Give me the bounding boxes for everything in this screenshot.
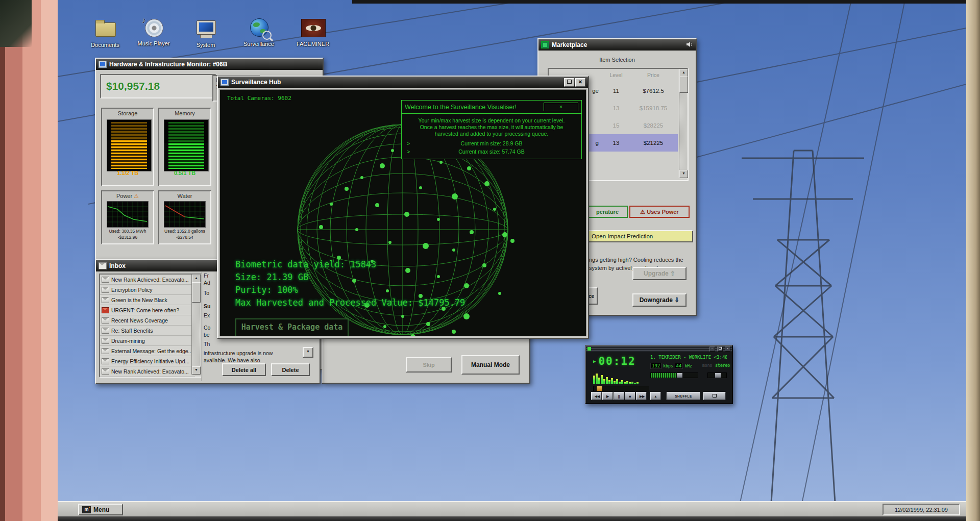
marketplace-icon: [541, 41, 549, 48]
monitor-bezel-left: [0, 0, 58, 521]
player-close-button[interactable]: ×: [725, 346, 730, 352]
water-panel: Water Used: 1352.0 gallons -$278.54: [158, 190, 211, 244]
inbox-message[interactable]: Energy Efficiency Initiative Upd...: [100, 356, 195, 366]
item-level: 15: [605, 117, 627, 134]
memory-panel: Memory 0.5/1 TB: [158, 108, 211, 186]
reading-pane-body-line: Th: [204, 341, 210, 347]
marketplace-titlebar[interactable]: Marketplace: [538, 39, 696, 51]
delete-all-button[interactable]: Delete all: [222, 363, 266, 376]
mail-icon: [102, 328, 109, 334]
inbox-message[interactable]: Dream-mining: [100, 336, 195, 346]
music-cd-icon: ♪: [142, 17, 165, 38]
desktop-icon-music-player[interactable]: ♪ Music Player: [130, 17, 177, 46]
menu-button[interactable]: m Menu: [78, 504, 123, 515]
inbox-message[interactable]: URGENT: High Electricity Usage: [100, 377, 195, 378]
inbox-message[interactable]: URGENT: Come here often?: [100, 305, 195, 315]
envelope-icon: [99, 262, 107, 269]
memory-value: 0.5/1 TB: [159, 170, 210, 176]
desktop-icon-surveillance[interactable]: Surveillance: [235, 17, 282, 47]
surveillance-window-icon: [220, 79, 229, 86]
player-minimize-button[interactable]: –: [709, 346, 715, 352]
mail-icon: [102, 287, 109, 293]
music-player-titlebar[interactable]: – ×: [586, 346, 732, 352]
inbox-message[interactable]: Re: Staff Benefits: [100, 326, 195, 336]
hardware-monitor-titlebar[interactable]: Hardware & Infrastructure Monitor: #06B: [96, 59, 323, 70]
play-button[interactable]: ▶: [602, 392, 613, 400]
min-size-line: Current min size: 28.9 GB: [461, 140, 523, 146]
time-display: ▶ 00:12: [593, 355, 636, 367]
mail-icon: [102, 338, 109, 344]
mail-icon: [102, 297, 109, 303]
close-button[interactable]: ✕: [575, 78, 585, 87]
stop-button[interactable]: ■: [625, 392, 635, 400]
manual-mode-button[interactable]: Manual Mode: [461, 355, 520, 375]
delete-button[interactable]: Delete: [271, 363, 310, 376]
dialog-line: harvested and added to your processing q…: [404, 131, 579, 137]
shuffle-button[interactable]: SHUFFLE: [667, 392, 700, 400]
inbox-message[interactable]: Recent News Coverage: [100, 315, 195, 326]
desktop-icon-faceminer[interactable]: FACEMINER: [289, 17, 336, 47]
mail-icon: [102, 348, 109, 354]
inbox-message[interactable]: New Rank Achieved: Excavato...: [100, 275, 195, 285]
message-subject: Re: Staff Benefits: [111, 328, 153, 334]
reading-pane-field: Ex: [204, 312, 210, 318]
item-level: 13: [605, 134, 627, 152]
item-price: $21225: [629, 134, 677, 152]
play-indicator-icon: ▶: [593, 359, 596, 364]
balance-display: $10,957.18: [100, 74, 216, 98]
item-level: 11: [605, 82, 627, 100]
icon-label: System: [182, 42, 229, 48]
desktop-icon-documents[interactable]: Documents: [82, 18, 129, 48]
reading-pane-field: be: [204, 332, 210, 338]
skip-button[interactable]: Skip: [406, 357, 452, 373]
open-impact-prediction-button[interactable]: Open Impact Prediction: [588, 230, 693, 242]
harvest-package-button[interactable]: Harvest & Package data: [235, 318, 349, 336]
inbox-message[interactable]: External Message: Get the edge...: [100, 346, 195, 356]
inbox-message-list: New Rank Achieved: Excavato...Encryption…: [99, 274, 202, 378]
bitrate-unit: kbps: [663, 364, 673, 368]
downgrade-button[interactable]: Downgrade ⇩: [632, 293, 687, 307]
player-shade-button[interactable]: [717, 346, 723, 352]
message-subject: Green is the New Black: [111, 297, 167, 303]
reading-pane-field: To: [204, 290, 209, 296]
dialog-close-button[interactable]: ×: [544, 103, 578, 111]
monitor-icon: [99, 61, 107, 68]
repeat-button[interactable]: [703, 392, 726, 400]
previous-button[interactable]: ◀◀: [591, 392, 602, 400]
inbox-message[interactable]: Green is the New Black: [100, 295, 195, 305]
window-title: Marketplace: [552, 41, 587, 48]
item-price: $28225: [629, 117, 677, 134]
pause-button[interactable]: ||: [614, 392, 624, 400]
mail-icon: [102, 358, 109, 364]
upgrade-button[interactable]: Upgrade ⇧: [632, 267, 687, 280]
volume-slider[interactable]: [650, 373, 698, 378]
water-cost: -$278.54: [159, 235, 210, 240]
icon-label: Music Player: [130, 40, 177, 46]
reading-pane-body-line: infrastructure upgrade is now: [204, 350, 273, 356]
inbox-scrollbar[interactable]: ▲ ▼: [191, 275, 200, 375]
maximize-button[interactable]: [564, 78, 574, 87]
surveillance-hub-titlebar[interactable]: Surveillance Hub ✕: [218, 77, 588, 88]
marketplace-scrollbar[interactable]: ▲ ▼: [679, 69, 687, 178]
samplerate-value: 44: [675, 363, 683, 369]
menu-logo-icon: m: [82, 506, 91, 513]
inbox-message[interactable]: Encryption Policy: [100, 285, 195, 295]
body-scroll-button[interactable]: ▼: [303, 347, 313, 358]
speaker-icon[interactable]: [686, 41, 693, 49]
balance-slider[interactable]: [707, 373, 727, 378]
next-button[interactable]: ▶▶: [636, 392, 647, 400]
memory-gauge: [164, 119, 209, 171]
eject-button[interactable]: ▲: [650, 392, 661, 400]
total-cameras-label: Total Cameras: 9602: [227, 95, 291, 102]
inbox-message[interactable]: New Rank Achieved: Excavato...: [100, 366, 195, 377]
item-price: $15918.75: [629, 100, 677, 117]
monitor-edge-top: [352, 0, 980, 4]
desktop-icon-system[interactable]: System: [182, 18, 229, 48]
dialog-line: Once a harvest reaches the max size, it …: [404, 124, 579, 131]
spectrum-analyzer: [593, 371, 646, 384]
reading-pane-field: Co: [204, 325, 210, 331]
monitor-bezel-right: [966, 0, 980, 521]
icon-label: Surveillance: [235, 41, 282, 47]
seek-bar[interactable]: [593, 386, 649, 391]
power-used: Used: 380.35 MWh: [102, 229, 153, 234]
